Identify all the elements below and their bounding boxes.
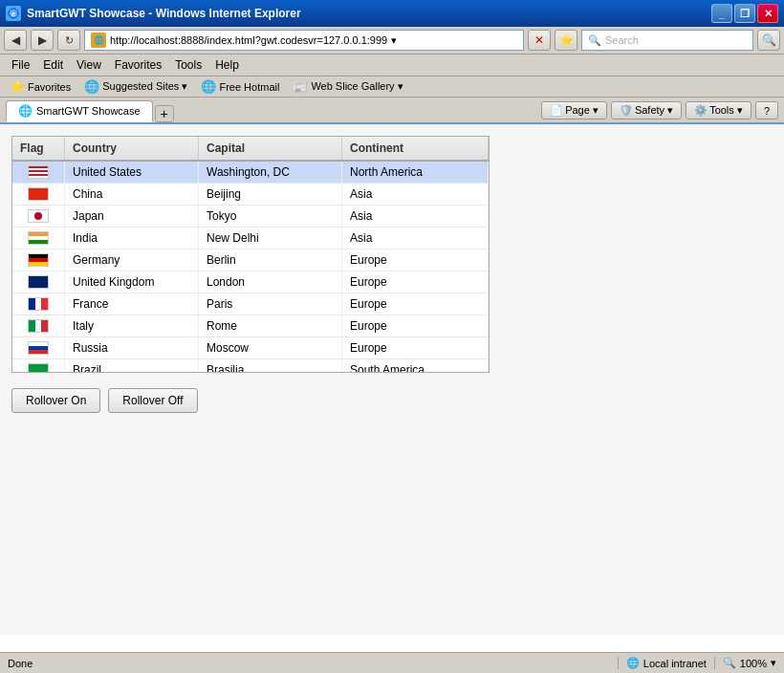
fav-hotmail-label: Free Hotmail	[219, 81, 279, 93]
tools-icon: ⚙️	[694, 104, 708, 117]
favorites-button[interactable]: ⭐	[555, 30, 577, 51]
continent-cell: Europe	[342, 337, 489, 358]
search-placeholder: Search	[605, 34, 639, 46]
new-tab-button[interactable]: +	[155, 105, 174, 122]
table-row[interactable]: United Kingdom London Europe	[12, 271, 489, 293]
menu-help[interactable]: Help	[209, 56, 245, 74]
menu-tools[interactable]: Tools	[169, 56, 207, 74]
continent-cell: Asia	[342, 184, 489, 205]
fav-favorites[interactable]: ⭐ Favorites	[6, 78, 75, 95]
capital-cell: Moscow	[199, 337, 342, 358]
menu-view[interactable]: View	[71, 56, 107, 74]
country-cell: Italy	[65, 315, 199, 336]
url-text[interactable]: http://localhost:8888/index.html?gwt.cod…	[110, 34, 387, 46]
grid-header: Flag Country Capital Continent	[12, 137, 489, 162]
header-continent: Continent	[342, 137, 489, 160]
flag-cell	[12, 228, 65, 249]
table-row[interactable]: Brazil Brasilia South America	[12, 359, 489, 372]
flag-image	[28, 165, 49, 179]
search-box[interactable]: 🔍 Search	[581, 30, 753, 51]
app-icon: e	[6, 6, 21, 21]
flag-cell	[12, 184, 65, 205]
minimize-button[interactable]: _	[711, 4, 732, 23]
fav-web-slice[interactable]: 📰 Web Slice Gallery ▾	[289, 78, 406, 95]
flag-image	[28, 363, 49, 372]
flag-image	[28, 297, 49, 311]
close-button[interactable]: ✕	[757, 4, 778, 23]
title-bar: e SmartGWT Showcase - Windows Internet E…	[0, 0, 784, 27]
safety-toolbar-btn[interactable]: 🛡️ Safety ▾	[611, 101, 682, 119]
ie-icon: 🌐	[84, 79, 99, 94]
refresh-button[interactable]: ↻	[57, 30, 80, 51]
flag-image	[28, 231, 49, 245]
country-cell: China	[65, 184, 199, 205]
country-cell: Russia	[65, 337, 199, 358]
window-title: SmartGWT Showcase - Windows Internet Exp…	[27, 7, 711, 20]
continent-cell: Europe	[342, 293, 489, 315]
tab-ie-icon: 🌐	[18, 104, 33, 118]
flag-cell	[12, 337, 65, 358]
table-row[interactable]: France Paris Europe	[12, 293, 489, 315]
table-row[interactable]: Italy Rome Europe	[12, 315, 489, 337]
capital-cell: Paris	[199, 293, 342, 315]
table-row[interactable]: Russia Moscow Europe	[12, 337, 489, 359]
flag-image	[28, 209, 49, 223]
capital-cell: Rome	[199, 315, 342, 336]
continent-cell: Europe	[342, 271, 489, 293]
table-row[interactable]: United States Washington, DC North Ameri…	[12, 162, 489, 184]
capital-cell: Tokyo	[199, 206, 342, 227]
flag-image	[28, 253, 49, 267]
fav-suggested-label: Suggested Sites ▾	[102, 80, 187, 93]
country-cell: Germany	[65, 250, 199, 271]
flag-cell	[12, 250, 65, 271]
table-row[interactable]: Germany Berlin Europe	[12, 250, 489, 271]
help-toolbar-btn[interactable]: ?	[755, 101, 778, 119]
address-input[interactable]: 🌐 http://localhost:8888/index.html?gwt.c…	[84, 30, 524, 51]
svg-text:e: e	[11, 11, 15, 17]
country-cell: Brazil	[65, 359, 199, 372]
tools-toolbar-btn[interactable]: ⚙️ Tools ▾	[686, 101, 751, 119]
tab-smartgwt[interactable]: 🌐 SmartGWT Showcase	[6, 100, 153, 122]
fav-suggested-sites[interactable]: 🌐 Suggested Sites ▾	[80, 78, 191, 95]
fav-label: Favorites	[28, 81, 71, 93]
country-cell: India	[65, 228, 199, 249]
capital-cell: Berlin	[199, 250, 342, 271]
header-capital: Capital	[199, 137, 342, 160]
menu-edit[interactable]: Edit	[37, 56, 69, 74]
continent-cell: Asia	[342, 228, 489, 249]
table-row[interactable]: India New Delhi Asia	[12, 228, 489, 250]
capital-cell: Beijing	[199, 184, 342, 205]
forward-button[interactable]: ▶	[31, 30, 54, 51]
favorites-bar: ⭐ Favorites 🌐 Suggested Sites ▾ 🌐 Free H…	[0, 76, 784, 98]
ie-icon2: 🌐	[201, 79, 216, 94]
capital-cell: Washington, DC	[199, 162, 342, 183]
continent-cell: South America	[342, 359, 489, 372]
menu-favorites[interactable]: Favorites	[109, 56, 167, 74]
continent-cell: Asia	[342, 206, 489, 227]
grid-body[interactable]: United States Washington, DC North Ameri…	[12, 162, 489, 372]
search-button[interactable]: 🔍	[757, 30, 780, 51]
flag-cell	[12, 271, 65, 293]
table-row[interactable]: China Beijing Asia	[12, 184, 489, 206]
page-toolbar-btn[interactable]: 📄 Page ▾	[541, 101, 607, 119]
capital-cell: Brasilia	[199, 359, 342, 372]
flag-image	[28, 341, 49, 355]
stop-button[interactable]: ✕	[528, 30, 551, 51]
country-cell: Japan	[65, 206, 199, 227]
table-row[interactable]: Japan Tokyo Asia	[12, 206, 489, 228]
flag-cell	[12, 315, 65, 336]
address-bar: ◀ ▶ ↻ 🌐 http://localhost:8888/index.html…	[0, 27, 784, 54]
back-button[interactable]: ◀	[4, 30, 27, 51]
rollover-on-button[interactable]: Rollover On	[11, 388, 100, 413]
flag-cell	[12, 359, 65, 372]
flag-image	[28, 275, 49, 289]
header-country: Country	[65, 137, 199, 160]
restore-button[interactable]: ❐	[734, 4, 755, 23]
menu-file[interactable]: File	[6, 56, 35, 74]
fav-hotmail[interactable]: 🌐 Free Hotmail	[197, 78, 283, 95]
flag-cell	[12, 162, 65, 183]
rollover-off-button[interactable]: Rollover Off	[108, 388, 197, 413]
fav-slice-label: Web Slice Gallery ▾	[311, 80, 403, 93]
flag-cell	[12, 293, 65, 315]
button-row: Rollover On Rollover Off	[11, 388, 773, 413]
